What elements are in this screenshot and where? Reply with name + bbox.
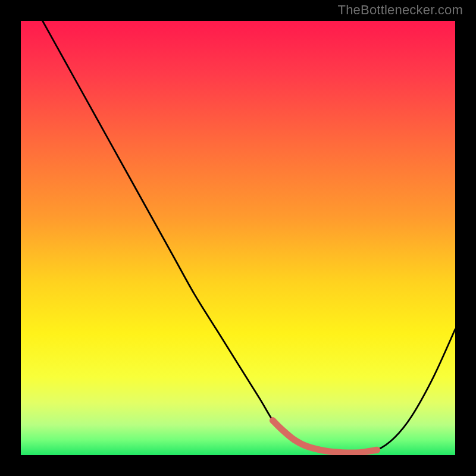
bottleneck-curve xyxy=(21,21,455,455)
attribution-text: TheBottlenecker.com xyxy=(338,2,463,18)
chart-frame: TheBottlenecker.com xyxy=(0,0,476,476)
plot-area xyxy=(21,21,455,455)
